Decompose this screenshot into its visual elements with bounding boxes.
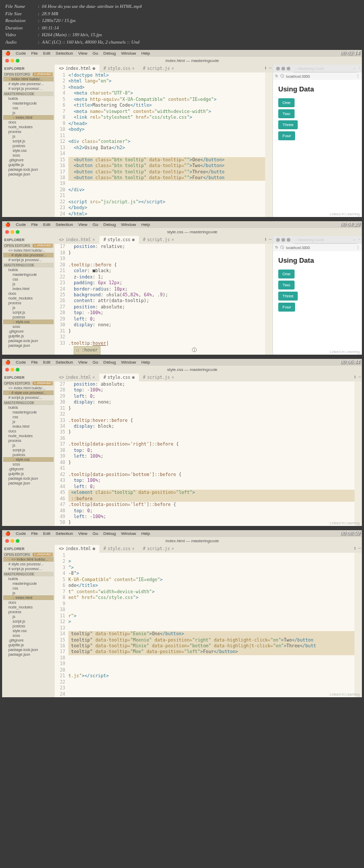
explorer-sidebar: EXPLORER OPEN EDITORS1 UNSAVED <> index.… [2, 545, 55, 697]
line-gutter: 1718192021222324252627282930313233 [55, 244, 68, 354]
menubar: 🍎 Code File Edit Selection View Go Debug… [2, 50, 362, 57]
traffic-lights[interactable] [2, 228, 23, 236]
sidebar-item[interactable]: gulpfile.js [3, 162, 54, 167]
window-title: index.html — masteringcode [23, 57, 362, 65]
code-editor[interactable]: <>index.html #style.css× #script.js× ⫿⋯ … [55, 545, 362, 697]
screenshot-panel-3: 00:06:44 🍎 CodeFileEditSelectionViewGoDe… [2, 359, 362, 526]
sidebar-item[interactable]: node_modules [3, 125, 54, 129]
explorer-sidebar: EXPLORER OPEN EDITORS1 UNSAVED index.htm… [2, 65, 55, 217]
sidebar-item[interactable]: package-lock.json [3, 167, 54, 172]
sidebar-item[interactable]: builds [3, 96, 54, 101]
minimap[interactable] [265, 73, 272, 217]
sidebar-item[interactable]: index.html builds/... [3, 77, 54, 81]
menu-go[interactable]: Go [93, 51, 98, 56]
menu-view[interactable]: View [78, 51, 87, 56]
code-content[interactable]: <!doctype html> <html lang="en"> <head> … [68, 73, 265, 217]
file-metadata: File Name: 04 How do you use the data- a… [0, 0, 364, 49]
explorer-sidebar: EXPLORER OPEN EDITORS1 UNSAVED <> index.… [2, 374, 55, 526]
sidebar-item[interactable]: masteringcode [3, 101, 54, 106]
menubar: 🍎 CodeFileEditSelectionViewGoDebugWindow… [2, 221, 362, 228]
sidebar-item[interactable]: package.json [3, 172, 54, 177]
menu-selection[interactable]: Selection [56, 51, 73, 56]
watermark: Linked in Learning [330, 212, 360, 216]
code-editor[interactable]: <>index.html× #style.css #script.js× ⫿⋯ … [55, 374, 362, 526]
menu-edit[interactable]: Edit [43, 51, 50, 56]
menu-code[interactable]: Code [16, 51, 26, 56]
page-heading: Using Data [278, 85, 357, 93]
sidebar-item[interactable]: docs [3, 120, 54, 125]
apple-icon[interactable]: 🍎 [5, 222, 11, 227]
tab-style-css[interactable]: #style.css [99, 236, 139, 244]
sidebar-item[interactable]: .gitignore [3, 158, 54, 162]
menu-debug[interactable]: Debug [104, 51, 116, 56]
code-editor[interactable]: <>index.html #style.css× #script.js× ⫿⋯ … [55, 65, 272, 217]
code-content[interactable]: position: absolute; top: -100%; left: 0;… [68, 381, 355, 526]
timestamp: 00:06:44 [340, 359, 360, 365]
minimap[interactable] [265, 244, 272, 354]
tab-style-css[interactable]: #style.css× [99, 65, 139, 73]
line-gutter: 123456789101112131415161718192021222324 [55, 73, 68, 217]
sidebar-item[interactable]: js [3, 134, 54, 139]
sidebar-item[interactable]: style.css [3, 148, 54, 153]
timestamp: 00:02:14 [340, 50, 360, 56]
url-bar[interactable]: localhost:3000 [286, 75, 310, 78]
screenshot-panel-2: 00:04:29 🍎 CodeFileEditSelectionViewGoDe… [2, 221, 362, 354]
browser-tab-title[interactable]: Mastering Code [298, 67, 323, 70]
demo-button[interactable]: Two [278, 109, 295, 118]
explorer-sidebar: EXPLORER OPEN EDITORS1 UNSAVED <> index.… [2, 236, 55, 354]
sidebar-item[interactable]: scss [3, 153, 54, 158]
page-icon: ▫ [296, 67, 297, 70]
demo-button[interactable]: Three [278, 120, 298, 129]
demo-button[interactable]: One [278, 98, 295, 107]
browser-preview: ▫Mastering Code×+ ↻ⓘlocalhost:3000⋮ Usin… [272, 65, 362, 217]
sidebar-item[interactable]: css [3, 106, 54, 110]
browser-menu-icon[interactable]: ⋮ [356, 74, 360, 78]
tab-index-html[interactable]: <>index.html [55, 65, 99, 73]
autocomplete-popup[interactable]: ☐ :hover [74, 346, 100, 354]
sidebar-item[interactable]: index.html [3, 115, 54, 120]
traffic-lights[interactable] [2, 57, 23, 65]
apple-icon[interactable]: 🍎 [5, 51, 11, 56]
sidebar-item[interactable]: js [3, 110, 54, 115]
new-tab-icon[interactable]: + [357, 65, 362, 73]
tab-script-js[interactable]: #script.js× [139, 236, 178, 244]
window-title: style.css — masteringcode [23, 228, 362, 236]
screenshot-panel-4: 00:08:59 🍎 CodeFileEditSelectionViewGoDe… [2, 530, 362, 697]
sidebar-item[interactable]: postcss [3, 143, 54, 148]
tab-script-js[interactable]: #script.js× [139, 65, 178, 73]
sidebar-item[interactable]: script.js [3, 139, 54, 143]
screenshot-panel-1: 00:02:14 🍎 Code File Edit Selection View… [2, 50, 362, 217]
browser-preview: ▫Mastering Code×+ ↻ⓘlocalhost:3000⋮ Usin… [272, 236, 362, 354]
menu-file[interactable]: File [31, 51, 38, 56]
menu-help[interactable]: Help [141, 51, 150, 56]
demo-button[interactable]: Four [278, 131, 295, 140]
project-section[interactable]: MASTERINGCODE [3, 91, 54, 96]
menubar: 🍎 CodeFileEditSelectionViewGoDebugWindow… [2, 530, 362, 537]
code-content[interactable]: position: relative; } .tooltip::before {… [68, 244, 265, 354]
code-editor[interactable]: <>index.html× #style.css #script.js× ⫿⋯ … [55, 236, 272, 354]
reload-icon[interactable]: ↻ [275, 74, 278, 78]
more-icon[interactable]: ⋯ [269, 66, 271, 70]
sidebar-item[interactable]: # style.css process/... [3, 81, 54, 86]
sidebar-item[interactable]: # script.js process/... [3, 86, 54, 91]
code-content[interactable]: > "> -8"> K-UA-Compatible" content="IE=e… [68, 553, 355, 697]
tab-index-html[interactable]: <>index.html× [55, 236, 99, 244]
menu-window[interactable]: Window [121, 51, 136, 56]
split-icon[interactable]: ⫿ [265, 66, 267, 70]
open-editors-section[interactable]: OPEN EDITORS1 UNSAVED [3, 72, 54, 77]
timestamp: 00:08:59 [340, 530, 360, 536]
sidebar-item[interactable]: process [3, 129, 54, 134]
lock-icon: ⓘ [280, 74, 284, 79]
timestamp: 00:04:29 [340, 221, 360, 227]
menubar: 🍎 CodeFileEditSelectionViewGoDebugWindow… [2, 359, 362, 366]
